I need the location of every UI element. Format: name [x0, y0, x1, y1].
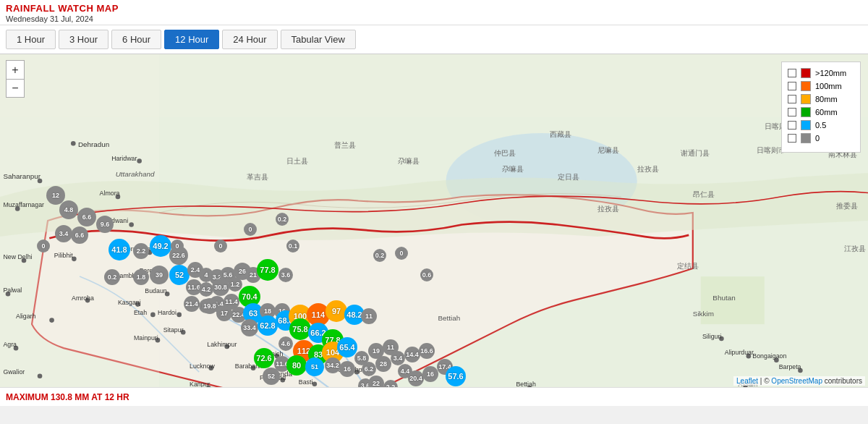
rainfall-datapoint-13[interactable]: 52 [169, 265, 190, 285]
svg-text:Siliguri: Siliguri [702, 333, 721, 340]
rainfall-datapoint-78[interactable]: 0.2 [373, 249, 386, 262]
rainfall-datapoint-40[interactable]: 97 [326, 300, 347, 322]
svg-text:Alipurduar: Alipurduar [725, 349, 754, 356]
rainfall-datapoint-12[interactable]: 39 [150, 266, 169, 284]
rainfall-datapoint-1[interactable]: 4.8 [59, 200, 78, 219]
legend-item: 0.5 [788, 120, 854, 130]
rainfall-datapoint-5[interactable]: 3.4 [55, 225, 72, 242]
rainfall-datapoint-35[interactable]: 33.4 [241, 319, 258, 336]
legend-label: 100mm [815, 82, 842, 90]
svg-point-14 [49, 318, 54, 323]
rainfall-datapoint-54[interactable]: 51 [305, 357, 324, 376]
rainfall-datapoint-71[interactable]: 22 [368, 376, 384, 387]
rainfall-datapoint-81[interactable]: 0 [171, 239, 184, 253]
svg-text:Hardoi: Hardoi [158, 309, 176, 316]
svg-point-4 [71, 141, 76, 146]
legend-checkbox[interactable] [788, 108, 796, 116]
tab-24hr[interactable]: 24 Hour [222, 30, 277, 49]
rainfall-datapoint-62[interactable]: 28 [375, 356, 391, 372]
rainfall-datapoint-77[interactable]: 0.1 [286, 239, 299, 253]
rainfall-datapoint-53[interactable]: 80 [286, 355, 307, 376]
rainfall-datapoint-23[interactable]: 4.2 [199, 282, 213, 297]
rainfall-datapoint-7[interactable]: 2.2 [133, 243, 149, 259]
tab-12hr[interactable]: 12 Hour [164, 30, 219, 49]
rainfall-datapoint-24[interactable]: 30.8 [212, 279, 229, 296]
rainfall-datapoint-3[interactable]: 9.6 [96, 216, 114, 233]
rainfall-datapoint-61[interactable]: 6.2 [362, 362, 376, 376]
legend-checkbox[interactable] [788, 82, 796, 90]
svg-text:Sikkim: Sikkim [693, 310, 714, 318]
rainfall-datapoint-65[interactable]: 16.6 [419, 343, 435, 359]
svg-text:Sitapur: Sitapur [163, 326, 184, 334]
map-container: Dehradun Saharanpur Muzaffarnagar New De… [0, 54, 868, 387]
rainfall-datapoint-55[interactable]: 34.2 [325, 357, 341, 373]
legend-item: 0 [788, 133, 854, 143]
rainfall-datapoint-42[interactable]: 75.8 [289, 318, 311, 340]
svg-point-24 [129, 222, 134, 227]
rainfall-datapoint-64[interactable]: 14.4 [404, 347, 420, 362]
svg-text:定日县: 定日县 [558, 173, 579, 181]
rainfall-datapoint-84[interactable]: 17 [216, 305, 232, 321]
svg-text:西藏县: 西藏县 [550, 130, 571, 138]
svg-text:Kanpur: Kanpur [190, 381, 210, 387]
rainfall-datapoint-51[interactable]: 72.6 [254, 348, 274, 368]
tab-3hr[interactable]: 3 Hour [59, 30, 109, 49]
rainfall-datapoint-46[interactable]: 4.6 [278, 336, 293, 351]
rainfall-datapoint-80[interactable]: 0.6 [420, 268, 433, 281]
rainfall-datapoint-73[interactable]: 57.6 [446, 366, 466, 386]
tab-1hr[interactable]: 1 Hour [6, 30, 56, 49]
rainfall-datapoint-8[interactable]: 49.2 [150, 235, 171, 257]
map-background: Dehradun Saharanpur Muzaffarnagar New De… [0, 54, 868, 387]
rainfall-datapoint-56[interactable]: 16 [339, 361, 355, 377]
leaflet-link[interactable]: Leaflet [736, 377, 758, 385]
rainfall-datapoint-50[interactable]: 65.4 [337, 337, 357, 357]
max-rainfall-info: MAXIMUM 130.8 MM AT 12 HR [6, 392, 129, 402]
rainfall-datapoint-79[interactable]: 0 [395, 247, 408, 260]
svg-text:Kishanganj: Kishanganj [699, 386, 731, 387]
svg-text:Bongaigaon: Bongaigaon [752, 352, 786, 360]
rainfall-datapoint-6[interactable]: 41.8 [109, 239, 130, 260]
legend-label: 0 [815, 134, 820, 143]
svg-text:Saharanpur: Saharanpur [3, 172, 41, 180]
rainfall-datapoint-76[interactable]: 0.2 [276, 213, 289, 226]
svg-text:Uttarakhand: Uttarakhand [116, 170, 155, 178]
rainfall-datapoint-26[interactable]: 21.4 [184, 296, 200, 312]
svg-text:Etah: Etah [134, 309, 147, 316]
rainfall-datapoint-36[interactable]: 62.8 [258, 315, 278, 336]
legend-checkbox[interactable] [788, 121, 796, 130]
svg-text:Bihar: Bihar [597, 386, 613, 387]
rainfall-datapoint-63[interactable]: 3.4 [391, 351, 405, 365]
rainfall-datapoint-2[interactable]: 6.6 [77, 208, 96, 226]
rainfall-datapoint-68[interactable]: 16 [422, 366, 438, 382]
zoom-out-button[interactable]: − [6, 79, 25, 98]
svg-text:Palwal: Palwal [3, 287, 22, 294]
zoom-in-button[interactable]: + [6, 60, 25, 79]
rainfall-datapoint-10[interactable]: 0.2 [104, 269, 120, 285]
legend-checkbox[interactable] [788, 95, 796, 103]
rainfall-datapoint-67[interactable]: 20.4 [408, 370, 424, 386]
tab-6hr[interactable]: 6 Hour [111, 30, 161, 49]
legend-checkbox[interactable] [788, 69, 796, 77]
svg-text:Almora: Almora [100, 190, 120, 197]
rainfall-datapoint-83[interactable]: 19.8 [202, 298, 218, 314]
rainfall-datapoint-4[interactable]: 6.6 [71, 226, 88, 244]
osm-link[interactable]: OpenStreetMap [771, 377, 822, 385]
map-controls: + − [6, 60, 25, 98]
tab-tabular[interactable]: Tabular View [281, 30, 356, 49]
rainfall-datapoint-57[interactable]: 52 [263, 368, 280, 385]
rainfall-datapoint-21[interactable]: 3.6 [278, 268, 293, 282]
rainfall-datapoint-82[interactable]: 0 [37, 239, 50, 253]
legend-checkbox[interactable] [788, 134, 796, 143]
svg-text:普兰县: 普兰县 [334, 141, 356, 149]
rainfall-datapoint-74[interactable]: 0 [214, 239, 227, 253]
rainfall-datapoint-20[interactable]: 77.8 [257, 259, 278, 281]
legend-label: 60mm [815, 108, 838, 116]
svg-text:定结县: 定结县 [677, 262, 699, 270]
rainfall-datapoint-75[interactable]: 0 [244, 223, 257, 236]
rainfall-datapoint-11[interactable]: 1.8 [133, 269, 149, 285]
svg-text:Agra: Agra [3, 341, 17, 348]
svg-text:Pilibhit: Pilibhit [54, 252, 73, 259]
svg-text:Bettiah: Bettiah [516, 381, 535, 387]
rainfall-datapoint-45[interactable]: 11 [361, 308, 377, 324]
svg-text:Muzaffarnagar: Muzaffarnagar [3, 201, 44, 208]
